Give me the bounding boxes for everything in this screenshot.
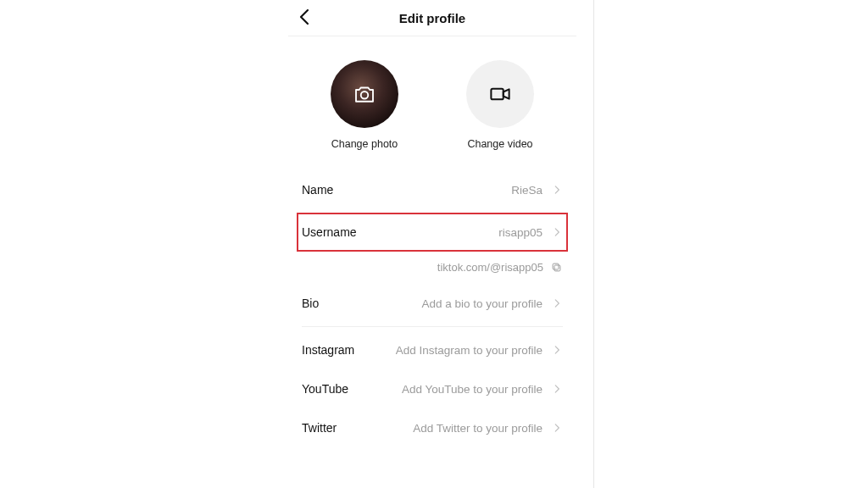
- change-video-button[interactable]: Change video: [453, 60, 547, 150]
- row-label: YouTube: [302, 382, 348, 396]
- page-title: Edit profile: [399, 11, 465, 25]
- chevron-right-icon: [551, 297, 563, 309]
- chevron-right-icon: [551, 184, 563, 196]
- chevron-right-icon: [551, 226, 563, 238]
- header: Edit profile: [288, 0, 576, 36]
- phone-viewport: Edit profile Change photo Change video: [288, 0, 576, 488]
- row-label: Twitter: [302, 421, 337, 435]
- row-label: Username: [302, 225, 357, 239]
- chevron-right-icon: [551, 422, 563, 434]
- section-divider: [302, 326, 563, 327]
- profile-url-row[interactable]: tiktok.com/@risapp05: [302, 250, 563, 284]
- row-value: Add YouTube to your profile: [348, 383, 551, 396]
- svg-rect-2: [554, 265, 560, 271]
- change-photo-button[interactable]: Change photo: [318, 60, 411, 150]
- chevron-right-icon: [551, 344, 563, 356]
- svg-rect-1: [491, 89, 503, 100]
- row-value: Add Twitter to your profile: [337, 422, 551, 435]
- profile-url-text: tiktok.com/@risapp05: [437, 261, 543, 274]
- chevron-right-icon: [551, 383, 563, 395]
- copy-icon: [550, 261, 563, 274]
- media-row: Change photo Change video: [288, 60, 576, 150]
- column-divider: [593, 0, 594, 488]
- row-instagram[interactable]: Instagram Add Instagram to your profile: [302, 330, 563, 369]
- row-bio[interactable]: Bio Add a bio to your profile: [302, 284, 563, 323]
- row-name[interactable]: Name RieSa: [302, 170, 563, 209]
- row-twitter[interactable]: Twitter Add Twitter to your profile: [302, 408, 563, 447]
- settings-list: Name RieSa Username risapp05 tiktok.com/…: [288, 170, 576, 447]
- row-youtube[interactable]: YouTube Add YouTube to your profile: [302, 369, 563, 408]
- row-username[interactable]: Username risapp05: [297, 213, 568, 252]
- change-video-label: Change video: [467, 138, 532, 150]
- row-value: Add Instagram to your profile: [354, 344, 551, 357]
- row-label: Bio: [302, 297, 319, 310]
- row-value: RieSa: [333, 184, 551, 197]
- video-placeholder: [466, 60, 534, 128]
- change-photo-label: Change photo: [331, 138, 398, 150]
- chevron-left-icon: [295, 7, 315, 27]
- svg-rect-3: [553, 263, 559, 269]
- row-label: Name: [302, 183, 333, 197]
- row-label: Instagram: [302, 343, 354, 357]
- row-value: Add a bio to your profile: [319, 297, 551, 310]
- row-value: risapp05: [357, 226, 551, 239]
- video-icon: [487, 81, 513, 107]
- svg-point-0: [361, 92, 369, 99]
- camera-icon: [352, 81, 377, 107]
- back-button[interactable]: [295, 7, 315, 27]
- avatar: [331, 60, 398, 128]
